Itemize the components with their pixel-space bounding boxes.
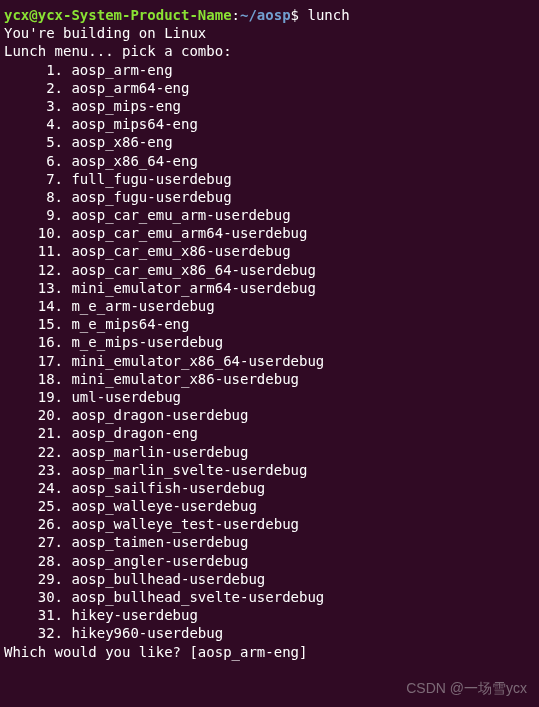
menu-item: 30. aosp_bullhead_svelte-userdebug — [4, 588, 535, 606]
current-path: ~/aosp — [240, 7, 291, 23]
menu-item: 18. mini_emulator_x86-userdebug — [4, 370, 535, 388]
watermark: CSDN @一场雪ycx — [406, 679, 527, 697]
menu-item: 4. aosp_mips64-eng — [4, 115, 535, 133]
menu-header: Lunch menu... pick a combo: — [4, 42, 535, 60]
menu-item: 26. aosp_walleye_test-userdebug — [4, 515, 535, 533]
menu-item: 21. aosp_dragon-eng — [4, 424, 535, 442]
menu-item: 24. aosp_sailfish-userdebug — [4, 479, 535, 497]
menu-item: 9. aosp_car_emu_arm-userdebug — [4, 206, 535, 224]
menu-item: 14. m_e_arm-userdebug — [4, 297, 535, 315]
prompt-line: ycx@ycx-System-Product-Name:~/aosp$ lunc… — [4, 6, 535, 24]
menu-item: 8. aosp_fugu-userdebug — [4, 188, 535, 206]
menu-item: 5. aosp_x86-eng — [4, 133, 535, 151]
lunch-menu-list: 1. aosp_arm-eng 2. aosp_arm64-eng 3. aos… — [4, 61, 535, 643]
building-line: You're building on Linux — [4, 24, 535, 42]
menu-item: 19. uml-userdebug — [4, 388, 535, 406]
command-text: lunch — [307, 7, 349, 23]
menu-item: 10. aosp_car_emu_arm64-userdebug — [4, 224, 535, 242]
input-prompt[interactable]: Which would you like? [aosp_arm-eng] — [4, 643, 535, 661]
menu-item: 15. m_e_mips64-eng — [4, 315, 535, 333]
input-prompt-text: Which would you like? [aosp_arm-eng] — [4, 644, 316, 660]
menu-item: 20. aosp_dragon-userdebug — [4, 406, 535, 424]
menu-item: 31. hikey-userdebug — [4, 606, 535, 624]
menu-item: 6. aosp_x86_64-eng — [4, 152, 535, 170]
menu-item: 16. m_e_mips-userdebug — [4, 333, 535, 351]
dollar-sign: $ — [291, 7, 308, 23]
menu-item: 25. aosp_walleye-userdebug — [4, 497, 535, 515]
menu-item: 13. mini_emulator_arm64-userdebug — [4, 279, 535, 297]
menu-item: 28. aosp_angler-userdebug — [4, 552, 535, 570]
menu-item: 17. mini_emulator_x86_64-userdebug — [4, 352, 535, 370]
menu-item: 2. aosp_arm64-eng — [4, 79, 535, 97]
menu-item: 12. aosp_car_emu_x86_64-userdebug — [4, 261, 535, 279]
menu-item: 23. aosp_marlin_svelte-userdebug — [4, 461, 535, 479]
menu-item: 29. aosp_bullhead-userdebug — [4, 570, 535, 588]
user-host: ycx@ycx-System-Product-Name — [4, 7, 232, 23]
menu-item: 32. hikey960-userdebug — [4, 624, 535, 642]
menu-item: 11. aosp_car_emu_x86-userdebug — [4, 242, 535, 260]
menu-item: 27. aosp_taimen-userdebug — [4, 533, 535, 551]
menu-item: 1. aosp_arm-eng — [4, 61, 535, 79]
separator: : — [232, 7, 240, 23]
menu-item: 22. aosp_marlin-userdebug — [4, 443, 535, 461]
menu-item: 3. aosp_mips-eng — [4, 97, 535, 115]
menu-item: 7. full_fugu-userdebug — [4, 170, 535, 188]
